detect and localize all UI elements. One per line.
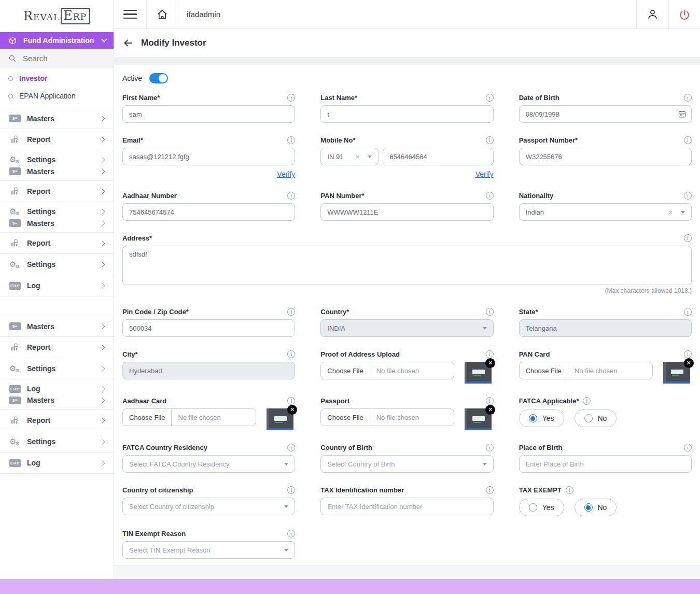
tax-exempt-no-radio[interactable]: No [575,499,617,516]
citizenship-select[interactable]: Select Country of citizenship [122,498,295,515]
module-selector[interactable]: Fund Administration [0,32,114,49]
first-name-input[interactable] [122,105,295,123]
sidebar-item-masters[interactable]: $≡ Masters [9,167,106,176]
info-icon[interactable]: i [287,308,295,316]
info-icon[interactable]: i [684,192,692,200]
sidebar-item-report[interactable]: Report [9,135,106,144]
info-icon[interactable]: i [684,444,692,451]
info-icon[interactable]: i [486,397,494,405]
fatca-yes-radio[interactable]: Yes [519,409,564,427]
passport-file-input[interactable]: Choose File No file chosen [320,408,454,426]
home-button[interactable] [147,0,178,29]
choose-file-button[interactable]: Choose File [321,409,370,426]
sidebar-item-log[interactable]: ERP Log [9,281,106,290]
clear-icon[interactable]: × [668,208,673,216]
remove-file-icon[interactable]: ✕ [485,405,495,415]
pan-number-input[interactable] [320,203,493,221]
mobile-number-input[interactable] [383,148,493,165]
page-title: Modify Investor [141,38,206,48]
date-of-birth-input[interactable] [519,105,692,123]
info-icon[interactable]: i [287,350,295,358]
aadhaar-number-input[interactable] [122,203,295,221]
sidebar-item-log[interactable]: ERP Log [9,459,106,467]
pan-card-file-input[interactable]: Choose File No file chosen [519,362,653,379]
sidebar-item-investor[interactable]: Investor [0,70,114,86]
proof-of-address-thumbnail[interactable]: ✕ [465,362,492,384]
sidebar-item-settings[interactable]: ⚙⚙ Settings [9,437,106,446]
info-icon[interactable]: i [287,192,295,200]
info-icon[interactable]: i [684,94,692,102]
choose-file-button[interactable]: Choose File [321,362,370,379]
remove-file-icon[interactable]: ✕ [287,405,297,415]
profile-button[interactable] [636,0,668,29]
sidebar-item-masters[interactable]: $≡ Masters [9,115,106,123]
back-button[interactable] [122,37,134,49]
fatca-country-select[interactable]: Select FATCA Country Residency [122,455,295,473]
info-icon[interactable]: i [287,530,295,538]
sidebar-item-report[interactable]: Report [9,416,106,425]
fatca-no-radio[interactable]: No [575,409,617,427]
tax-exempt-yes-radio[interactable]: Yes [519,499,564,516]
info-icon[interactable]: i [583,397,591,405]
sidebar-item-log[interactable]: ERP Log [9,385,106,393]
info-icon[interactable]: i [486,486,494,494]
email-verify-link[interactable]: Verify [277,170,295,178]
pin-code-input[interactable] [122,319,295,337]
place-of-birth-input[interactable] [519,455,692,473]
aadhaar-card-thumbnail[interactable]: ✕ [267,408,293,430]
proof-of-address-file-input[interactable]: Choose File No file chosen [320,362,454,379]
sidebar-item-settings[interactable]: ⚙⚙ Settings [9,155,106,164]
mobile-country-code-select[interactable]: IN 91 × [320,148,379,165]
sidebar-item-report[interactable]: Report [9,343,106,352]
choose-file-button[interactable]: Choose File [520,362,568,379]
tax-id-input[interactable] [320,498,493,515]
remove-file-icon[interactable]: ✕ [485,358,495,368]
info-icon[interactable]: i [287,397,295,405]
info-icon[interactable]: i [486,94,494,102]
info-icon[interactable]: i [287,486,295,494]
sidebar-item-masters[interactable]: $≡ Masters [9,322,106,331]
tin-exempt-select[interactable]: Select TIN Exempt Reason [122,541,295,559]
aadhaar-card-file-input[interactable]: Choose File No file chosen [122,408,256,426]
calendar-icon[interactable] [678,110,687,119]
active-toggle[interactable] [149,73,168,83]
passport-thumbnail[interactable]: ✕ [465,408,492,430]
info-icon[interactable]: i [486,444,494,451]
sidebar-item-settings[interactable]: ⚙⚙ Settings [9,207,106,216]
info-icon[interactable]: i [287,136,295,144]
email-input[interactable] [122,148,295,165]
brand-logo: RevalErp [0,0,114,32]
info-icon[interactable]: i [486,350,494,358]
info-icon[interactable]: i [684,136,692,144]
nationality-select[interactable]: Indian × [519,203,692,221]
sidebar-item-report[interactable]: Report [9,238,106,248]
info-icon[interactable]: i [486,192,494,200]
clear-icon[interactable]: × [356,153,360,161]
sidebar-item-settings[interactable]: ⚙⚙ Settings [9,260,106,269]
country-of-birth-select[interactable]: Select Country of Birth [320,455,493,473]
search-input[interactable] [23,54,95,63]
info-icon[interactable]: i [287,444,295,451]
info-icon[interactable]: i [287,94,295,102]
pan-card-thumbnail[interactable]: ✕ [663,362,690,384]
mobile-verify-link[interactable]: Verify [475,170,494,178]
remove-file-icon[interactable]: ✕ [684,358,694,368]
info-icon[interactable]: i [684,234,692,242]
last-name-input[interactable] [320,105,493,123]
choose-file-button[interactable]: Choose File [123,409,172,426]
hamburger-menu-button[interactable] [114,0,147,29]
sidebar-item-masters[interactable]: $≡ Masters [9,219,106,228]
info-icon[interactable]: i [566,486,573,494]
info-icon[interactable]: i [486,308,494,316]
passport-number-input[interactable] [519,148,692,165]
info-icon[interactable]: i [684,350,692,358]
sidebar-item-settings[interactable]: ⚙⚙ Settings [9,364,106,373]
sidebar-item-epan-application[interactable]: EPAN Application [0,88,114,104]
info-icon[interactable]: i [684,308,692,316]
logout-button[interactable] [668,0,700,29]
info-icon[interactable]: i [486,136,494,144]
sidebar-item-masters[interactable]: $≡ Masters [9,396,106,404]
sidebar-search[interactable] [0,49,114,68]
address-textarea[interactable]: sdfsdf [122,246,692,285]
sidebar-item-report[interactable]: Report [9,187,106,196]
